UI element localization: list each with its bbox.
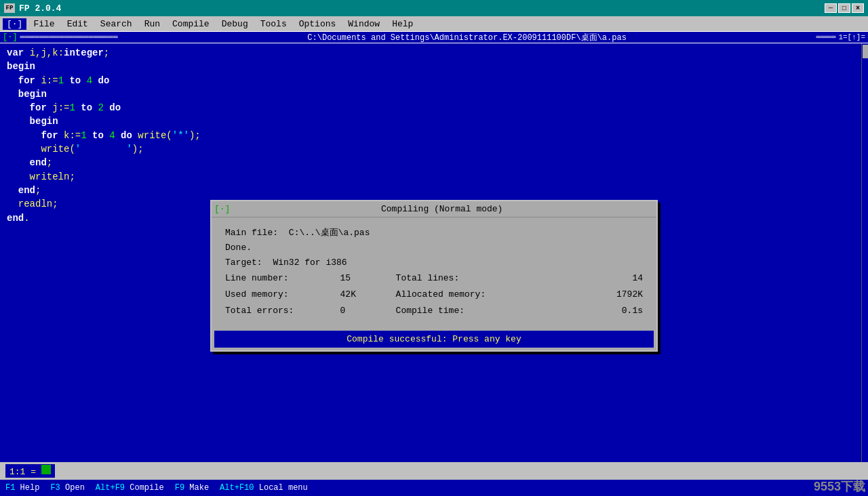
menu-options[interactable]: Options xyxy=(294,18,342,30)
file-pos: 1=[↑]= xyxy=(838,33,865,41)
menu-search[interactable]: Search xyxy=(95,18,138,30)
menu-run[interactable]: Run xyxy=(139,18,165,30)
menu-debug[interactable]: Debug xyxy=(216,18,254,30)
dialog-stats-row-1: Line number: 15 Total lines: 14 xyxy=(225,270,643,287)
scrollbar-thumb[interactable] xyxy=(863,45,868,58)
hotkey-bar: F1 Help F3 Open Alt+F9 Compile F9 Make A… xyxy=(0,480,868,496)
code-line-6: begin xyxy=(7,115,861,128)
code-line-8: write(' '); xyxy=(7,142,861,156)
minimize-button[interactable]: ─ xyxy=(825,3,837,13)
compile-time-label: Compile time: xyxy=(369,303,555,319)
window-controls: ─ □ × xyxy=(825,3,864,13)
dialog-stats-row-2: Used memory: 42K Allocated memory: 1792K xyxy=(225,287,643,303)
dialog-target: Target: Win32 for i386 xyxy=(225,255,643,270)
line-number-label: Line number: xyxy=(225,270,335,287)
close-button[interactable]: × xyxy=(852,3,864,13)
hotkey-f9[interactable]: F9 Make xyxy=(175,483,209,493)
menu-help[interactable]: Help xyxy=(387,18,418,30)
dialog-stats-row-3: Total errors: 0 Compile time: 0.1s xyxy=(225,303,643,319)
menu-bar: [·] File Edit Search Run Compile Debug T… xyxy=(0,16,868,31)
menu-file[interactable]: File xyxy=(28,18,60,30)
dialog-title-text: Compiling (Normal mode) xyxy=(230,204,654,214)
hotkey-alt-f10[interactable]: Alt+F10 Local menu xyxy=(220,483,308,493)
allocated-memory-value: 1792K xyxy=(555,287,643,303)
line-number-value: 15 xyxy=(335,270,369,287)
code-line-9: end; xyxy=(7,156,861,169)
title-left: FP FP 2.0.4 xyxy=(4,3,61,14)
compile-time-value: 0.1s xyxy=(555,303,643,319)
cursor-position: 1:1 = xyxy=(5,464,55,478)
total-lines-label: Total lines: xyxy=(369,270,555,287)
dialog-bracket-open: [·] xyxy=(214,204,230,214)
menu-window[interactable]: Window xyxy=(342,18,385,30)
file-bar-bracket: [·] xyxy=(3,33,18,42)
total-errors-label: Total errors: xyxy=(225,303,335,319)
cursor-block xyxy=(41,465,51,474)
compile-dialog: [·] Compiling (Normal mode) Main file: C… xyxy=(210,200,658,352)
app-title: FP 2.0.4 xyxy=(19,3,61,14)
success-bar[interactable]: Compile successful: Press any key xyxy=(214,331,654,348)
used-memory-value: 42K xyxy=(335,287,369,303)
dialog-body: Main file: C:\..\桌面\a.pas Done. Target: … xyxy=(212,218,656,328)
menu-tools[interactable]: Tools xyxy=(255,18,292,30)
code-line-4: begin xyxy=(7,87,861,101)
menu-compile[interactable]: Compile xyxy=(167,18,215,30)
total-errors-value: 0 xyxy=(335,303,369,319)
menu-system[interactable]: [·] xyxy=(3,18,26,30)
file-bar: [·] ════════════════════ C:\Documents an… xyxy=(0,31,868,43)
menu-edit[interactable]: Edit xyxy=(62,18,94,30)
code-line-2: begin xyxy=(7,60,861,73)
used-memory-label: Used memory: xyxy=(225,287,335,303)
hotkey-f1[interactable]: F1 Help xyxy=(5,483,39,493)
code-line-7: for k:=1 to 4 do write('*'); xyxy=(7,129,861,142)
dialog-main-file: Main file: C:\..\桌面\a.pas xyxy=(225,226,643,241)
system-icon[interactable]: FP xyxy=(4,3,15,13)
file-path: C:\Documents and Settings\Administrator.… xyxy=(121,32,814,43)
title-bar: FP FP 2.0.4 ─ □ × xyxy=(0,0,868,16)
scrollbar[interactable] xyxy=(861,43,868,478)
dialog-stats-table: Line number: 15 Total lines: 14 Used mem… xyxy=(225,270,643,319)
code-line-1: var i,j,k:integer; xyxy=(7,46,861,60)
allocated-memory-label: Allocated memory: xyxy=(369,287,555,303)
hotkey-f3[interactable]: F3 Open xyxy=(50,483,84,493)
code-line-3: for i:=1 to 4 do xyxy=(7,74,861,87)
hotkey-alt-f9[interactable]: Alt+F9 Compile xyxy=(96,483,164,493)
total-lines-value: 14 xyxy=(555,270,643,287)
restore-button[interactable]: □ xyxy=(838,3,850,13)
code-line-10: writeln; xyxy=(7,170,861,184)
watermark: 9553下载 xyxy=(811,477,868,496)
code-line-5: for j:=1 to 2 do xyxy=(7,101,861,115)
code-line-11: end; xyxy=(7,184,861,197)
cursor-mode-icon: = xyxy=(31,467,36,477)
status-bar: 1:1 = xyxy=(0,462,868,480)
dialog-done: Done. xyxy=(225,241,643,255)
dialog-title-bar: [·] Compiling (Normal mode) xyxy=(212,201,656,218)
